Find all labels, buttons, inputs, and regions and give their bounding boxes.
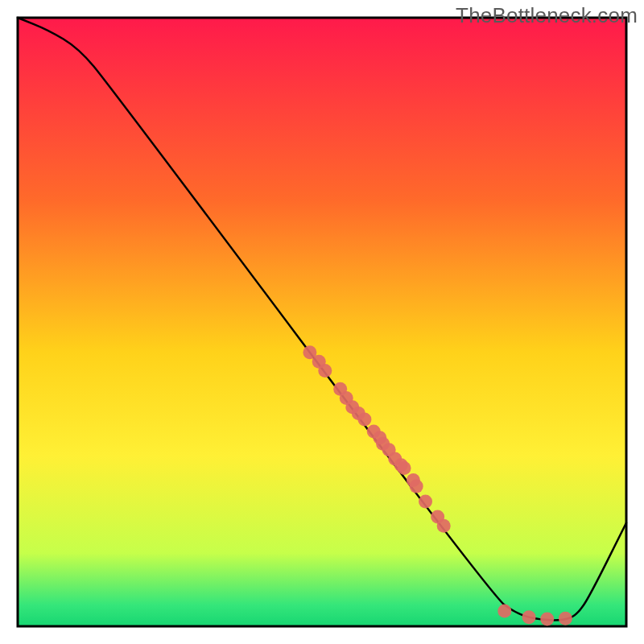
bottleneck-chart xyxy=(0,0,644,644)
data-point xyxy=(410,480,423,493)
chart-container: TheBottleneck.com xyxy=(0,0,644,644)
data-point xyxy=(419,495,432,509)
data-point xyxy=(357,412,371,426)
watermark-text: TheBottleneck.com xyxy=(456,3,638,28)
data-point xyxy=(318,364,332,378)
data-point xyxy=(437,519,451,533)
data-point xyxy=(398,461,411,475)
data-point xyxy=(497,605,511,618)
data-point xyxy=(522,610,536,624)
data-point xyxy=(540,612,554,625)
data-point xyxy=(559,612,572,625)
plot-background xyxy=(18,18,626,626)
